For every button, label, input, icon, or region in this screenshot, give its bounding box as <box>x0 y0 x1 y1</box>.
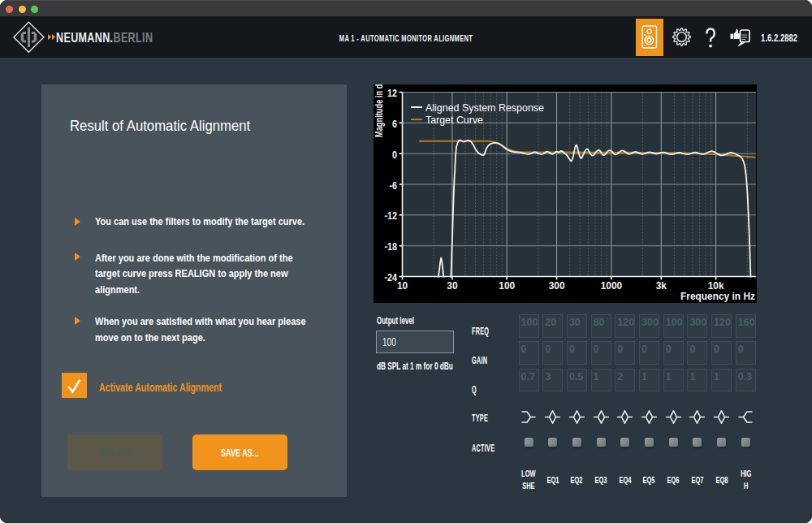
svg-text:100: 100 <box>499 279 515 292</box>
svg-text:Aligned System Response: Aligned System Response <box>425 102 544 114</box>
svg-text:6: 6 <box>392 118 397 130</box>
svg-text:Magnitude in dB: Magnitude in dB <box>374 84 385 137</box>
svg-text:10: 10 <box>397 279 408 292</box>
svg-text:Frequency in Hz: Frequency in Hz <box>680 291 755 302</box>
svg-text:300: 300 <box>549 279 565 292</box>
svg-text:-12: -12 <box>384 210 397 222</box>
svg-text:-18: -18 <box>384 240 397 253</box>
svg-text:12: 12 <box>387 87 397 99</box>
svg-text:Target Curve: Target Curve <box>425 114 483 126</box>
svg-text:-6: -6 <box>389 179 397 192</box>
svg-text:-24: -24 <box>384 271 397 283</box>
svg-text:3k: 3k <box>656 279 667 292</box>
svg-text:1000: 1000 <box>601 279 622 292</box>
svg-text:30: 30 <box>447 279 457 292</box>
svg-text:0: 0 <box>392 149 397 161</box>
svg-text:10k: 10k <box>708 279 724 292</box>
